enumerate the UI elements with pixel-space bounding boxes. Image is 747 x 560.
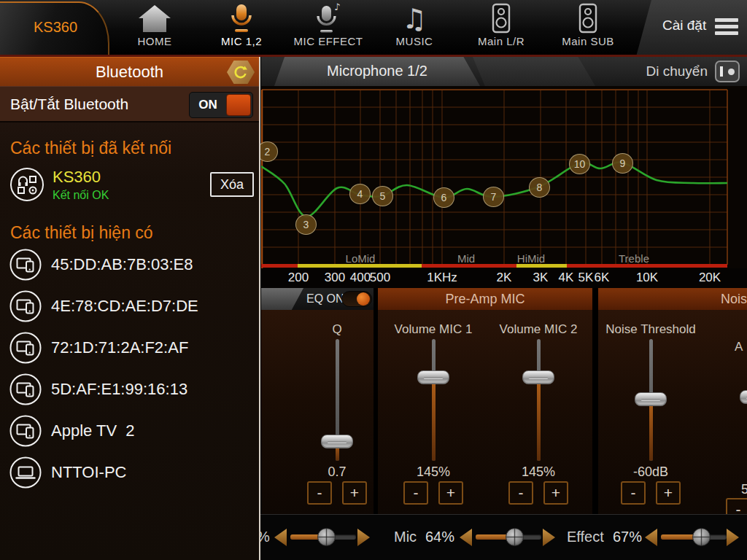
karaoke-mixer-app: KS360 HOME MIC 1,2 (0, 0, 747, 560)
eq-band-handle-9[interactable]: 9 (612, 153, 633, 174)
music-note-icon: ♫ (374, 3, 454, 35)
eq-band-handle-10[interactable]: 10 (569, 154, 590, 174)
mic-effect-icon: ♪ (288, 3, 368, 35)
eq-panel-tab-decoration (261, 288, 303, 310)
volume-mic2-group: Volume MIC 2 145% - + (498, 322, 578, 505)
freq-tick-label: 500 (370, 271, 390, 285)
eq-band-handle-5[interactable]: 5 (372, 186, 393, 206)
eq-band-handle-3[interactable]: 3 (295, 214, 317, 235)
eq-panel-header: EQ ON (261, 288, 374, 310)
volume-mic2-plus-button[interactable]: + (543, 481, 568, 505)
connected-device-status: Kết nối OK (53, 189, 109, 202)
music-slider-right-arrow[interactable] (357, 529, 370, 546)
eq-band-handle-4[interactable]: 4 (349, 184, 371, 204)
noise-threshold-label: Noise Threshold (605, 322, 695, 338)
available-device-name: 72:1D:71:2A:F2:AF (51, 338, 188, 357)
noise-threshold-track[interactable] (635, 339, 667, 461)
available-device-name: 5D:AF:E1:99:16:13 (51, 380, 187, 399)
svg-text:Mid: Mid (457, 252, 475, 265)
volume-mic2-handle[interactable] (522, 370, 554, 384)
volume-mic1-value: 145% (417, 464, 450, 480)
nav-main-sub[interactable]: Main SUB (548, 3, 628, 54)
effect-slider-value: 67% (613, 529, 642, 545)
mic-slider-knob[interactable] (506, 528, 524, 546)
freq-tick-label: 10K (636, 271, 658, 285)
q-slider-handle[interactable] (321, 435, 353, 448)
volume-mic1-handle[interactable] (417, 370, 449, 384)
volume-mic1-plus-button[interactable]: + (438, 481, 463, 505)
music-slider-left-arrow[interactable] (274, 529, 287, 546)
eq-on-toggle[interactable] (341, 291, 372, 307)
available-device-row[interactable]: 45:DD:AB:7B:03:E8 (0, 244, 259, 285)
bluetooth-toggle-knob (226, 94, 251, 116)
volume-mic2-track[interactable] (522, 339, 554, 461)
available-devices-list: 45:DD:AB:7B:03:E84E:78:CD:AE:D7:DE72:1D:… (0, 244, 259, 493)
available-devices-header: Các thiết bị hiện có (10, 223, 153, 243)
freq-tick-label: 5K (578, 271, 594, 285)
q-plus-button[interactable]: + (342, 481, 367, 505)
noise-panel-body: Noise Threshold -60dB - + A 5 - (598, 310, 747, 514)
available-device-name: NTTOI-PC (51, 463, 126, 482)
available-device-row[interactable]: NTTOI-PC (0, 451, 259, 493)
nav-mic-effect-label: MIC EFFECT (288, 35, 368, 47)
effect-slider-right-arrow[interactable] (727, 529, 739, 546)
device-tab-ks360[interactable]: KS360 (0, 1, 109, 55)
mic-slider-right-arrow[interactable] (543, 529, 555, 546)
noise-threshold-plus-button[interactable]: + (656, 481, 681, 505)
nav-mic-label: MIC 1,2 (201, 35, 282, 47)
eq-panel-body: Q 0.7 - + (261, 310, 374, 514)
tab-microphone-1-2[interactable]: Microphone 1/2 (274, 57, 480, 86)
home-icon (115, 3, 195, 35)
eq-band-handle-6[interactable]: 6 (433, 187, 454, 208)
mic-slider-left-arrow[interactable] (460, 529, 472, 546)
attack-slider-handle-cut[interactable] (740, 390, 747, 404)
device-tab-label: KS360 (34, 19, 77, 36)
volume-mic1-track[interactable] (417, 339, 449, 461)
available-device-row[interactable]: Apple TV 2 (0, 410, 259, 451)
bluetooth-drawer: Bluetooth Bật/Tắt Bluetooth ON Các thiết… (0, 57, 260, 560)
attack-minus-button-cut[interactable]: - (726, 498, 747, 514)
q-minus-button[interactable]: - (307, 481, 332, 505)
nav-mic-effect[interactable]: ♪ MIC EFFECT (288, 3, 368, 54)
effect-slider-left-arrow[interactable] (645, 529, 657, 546)
svg-text:♪: ♪ (334, 3, 340, 12)
tab-secondary[interactable] (473, 57, 595, 86)
move-panel-control[interactable]: Di chuyển (646, 57, 740, 86)
effect-slider-knob[interactable] (692, 528, 711, 546)
freq-tick-label: 3K (533, 271, 549, 285)
available-device-row[interactable]: 72:1D:71:2A:F2:AF (0, 327, 259, 368)
q-slider-track[interactable] (321, 339, 353, 461)
eq-graph[interactable]: LoMidMidHiMidTreble 2345678109 (261, 86, 747, 268)
nav-main-lr[interactable]: Main L/R (461, 3, 541, 54)
preamp-mic-panel: Pre-Amp MIC Volume MIC 1 145% - + Volume… (378, 288, 592, 514)
freq-tick-label: 400 (350, 271, 371, 285)
available-device-row[interactable]: 5D:AF:E1:99:16:13 (0, 368, 259, 410)
attack-label-cut: A (735, 340, 743, 354)
freq-tick-label: 2K (497, 271, 512, 285)
volume-mic1-minus-button[interactable]: - (403, 481, 428, 505)
delete-device-button[interactable]: Xóa (210, 172, 254, 197)
connected-device-name: KS360 (53, 168, 101, 187)
volume-mic2-minus-button[interactable]: - (508, 481, 533, 505)
eq-band-handle-8[interactable]: 8 (529, 177, 550, 198)
nav-home-label: HOME (115, 35, 195, 47)
eq-band-handle-7[interactable]: 7 (483, 187, 504, 207)
pc-icon (9, 456, 42, 489)
settings-button[interactable]: Cài đặt (633, 0, 747, 55)
nav-home[interactable]: HOME (115, 3, 195, 54)
freq-tick-label: 20K (699, 271, 721, 285)
connected-device-row[interactable]: KS360 Kết nối OK Xóa (0, 165, 259, 209)
preamp-title: Pre-Amp MIC (445, 292, 525, 306)
refresh-icon[interactable] (227, 61, 255, 84)
svg-text:LoMid: LoMid (346, 252, 376, 265)
noise-panel: Noise Noise Threshold -60dB - + A 5 - (598, 288, 747, 514)
content-tab-bar: Microphone 1/2 Di chuyển (261, 57, 747, 86)
bluetooth-power-toggle[interactable]: ON (189, 92, 253, 118)
noise-threshold-minus-button[interactable]: - (621, 481, 646, 505)
available-device-row[interactable]: 4E:78:CD:AE:D7:DE (0, 285, 259, 327)
noise-threshold-handle[interactable] (635, 392, 667, 406)
nav-music[interactable]: ♫ MUSIC (374, 3, 454, 54)
attack-value-cut: 5 (741, 482, 747, 497)
music-slider-knob[interactable] (317, 528, 336, 546)
nav-mic-1-2[interactable]: MIC 1,2 (201, 3, 282, 54)
